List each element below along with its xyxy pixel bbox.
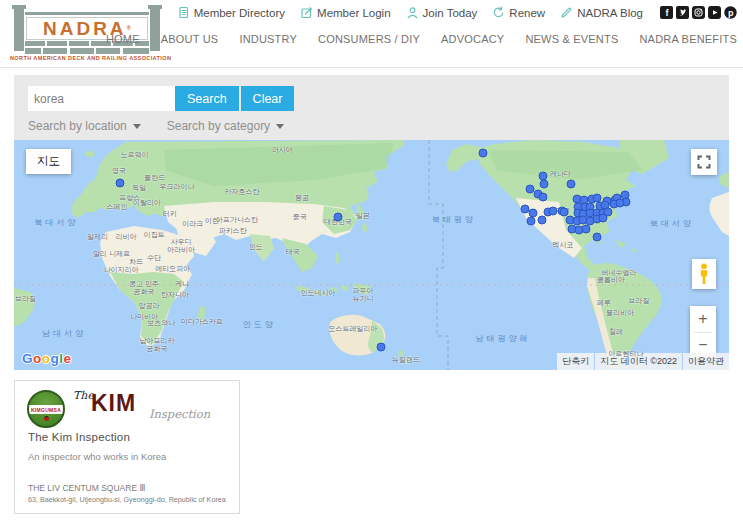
search-by-location-dropdown[interactable]: Search by location [28,119,141,133]
result-card[interactable]: KIMGUMSA The KIM Inspection The Kim Insp… [14,380,240,514]
site-header: NADRA® NORTH AMERICAN DECK AND RAILING A… [0,0,743,68]
utility-links: Member DirectoryMember LoginJoin TodayRe… [177,6,737,19]
utility-link-join-today[interactable]: Join Today [406,6,478,19]
map-data-label: 지도 데이터 ©2022 [595,353,682,370]
fullscreen-button[interactable] [691,149,717,175]
map-marker[interactable] [376,343,385,352]
map-marker[interactable] [559,207,568,216]
nav-item-consumers-diy[interactable]: CONSUMERS / DIY [318,33,420,45]
svg-text:p: p [728,8,734,18]
map-marker[interactable] [582,225,591,234]
youtube-icon[interactable] [708,6,721,19]
clear-button[interactable]: Clear [241,86,295,111]
map-marker[interactable] [539,179,548,188]
search-button[interactable]: Search [175,86,239,111]
nav-item-news-events[interactable]: NEWS & EVENTS [525,33,618,45]
logo-word-kim: KIM [91,390,136,417]
utility-link-label: Renew [509,7,545,19]
logo-deck-boards [25,48,149,54]
logo-top-rail [25,12,149,15]
nav-item-nadra-benefits[interactable]: NADRA BENEFITS [639,33,737,45]
registered-mark: ® [127,25,131,31]
map-type-button[interactable]: 지도 [26,149,71,174]
utility-link-label: Member Directory [194,7,285,19]
utility-link-renew[interactable]: Renew [492,6,545,19]
twitter-icon[interactable] [676,6,689,19]
terms-link[interactable]: 이용약관 [683,353,729,370]
utility-link-label: Join Today [423,7,478,19]
search-panel: Search Clear Search by location Search b… [14,75,729,140]
member-address-line2: 63, Baekkot-gil, Uijeongbu-si, Gyeonggi-… [28,495,226,504]
nav-item-about-us[interactable]: ABOUT US [161,33,219,45]
member-description: An inspector who works in Korea [28,451,166,462]
instagram-icon[interactable] [692,6,705,19]
search-by-category-dropdown[interactable]: Search by category [167,119,284,133]
map-marker[interactable] [333,212,342,221]
map-attribution: 단축키 지도 데이터 ©2022 이용약관 [557,353,729,370]
utility-link-nadra-blog[interactable]: NADRA Blog [560,6,643,19]
member-address-line1: THE LIV CENTUM SQUARE Ⅲ [28,483,145,493]
member-name[interactable]: The Kim Inspection [28,431,130,443]
renew-icon [492,6,505,19]
main-nav: HOMEABOUT USINDUSTRYCONSUMERS / DIYADVOC… [106,33,737,45]
logo-word-inspection: Inspection [149,407,210,421]
google-logo-letter: o [42,351,51,366]
world-map-graphic [14,140,729,370]
edit-square-icon [300,6,313,19]
fullscreen-icon [697,155,711,169]
search-input[interactable] [28,86,175,111]
map-marker[interactable] [616,199,625,208]
ladybug-icon [44,416,49,421]
map-marker[interactable] [592,233,601,242]
google-logo[interactable]: Google [22,351,72,366]
google-logo-letter: o [33,351,42,366]
nav-item-industry[interactable]: INDUSTRY [239,33,297,45]
google-logo-letter: G [22,351,33,366]
pencil-icon [560,6,573,19]
facebook-icon[interactable]: f [660,6,673,19]
utility-link-member-directory[interactable]: Member Directory [177,6,285,19]
pinterest-icon[interactable]: p [724,6,737,19]
filter-label: Search by location [28,119,127,133]
zoom-in-button[interactable]: + [690,306,716,332]
map-marker[interactable] [526,216,535,225]
social-icons: fp [660,6,737,19]
chevron-down-icon [133,124,141,129]
keyboard-shortcuts-link[interactable]: 단축키 [557,353,594,370]
google-logo-letter: e [64,351,72,366]
nav-item-home[interactable]: HOME [106,33,140,45]
kimgumsa-badge: KIMGUMSA [27,390,65,428]
nav-item-advocacy[interactable]: ADVOCACY [441,33,504,45]
map-marker[interactable] [537,216,546,225]
map-marker[interactable] [539,193,548,202]
chevron-down-icon [276,124,284,129]
map-marker[interactable] [566,179,575,188]
map-marker[interactable] [479,149,488,158]
pegman-icon [698,263,710,285]
badge-text: KIMGUMSA [29,405,63,414]
company-logo: KIMGUMSA The KIM Inspection [27,389,217,431]
logo-left-post [14,5,24,51]
person-icon [406,6,419,19]
utility-link-label: Member Login [317,7,391,19]
map-marker[interactable] [599,213,608,222]
document-icon [177,6,190,19]
filter-label: Search by category [167,119,270,133]
zoom-control: + − [690,306,716,358]
utility-link-label: NADRA Blog [577,7,643,19]
logo-subtitle: NORTH AMERICAN DECK AND RAILING ASSOCIAT… [10,55,164,61]
member-map[interactable]: 지도 + − Google 단축키 지도 데이터 ©2022 이용약관 북대서양… [14,140,729,370]
map-marker[interactable] [115,179,124,188]
street-view-pegman-button[interactable] [692,259,716,289]
utility-link-member-login[interactable]: Member Login [300,6,391,19]
google-logo-letter: g [51,351,60,366]
